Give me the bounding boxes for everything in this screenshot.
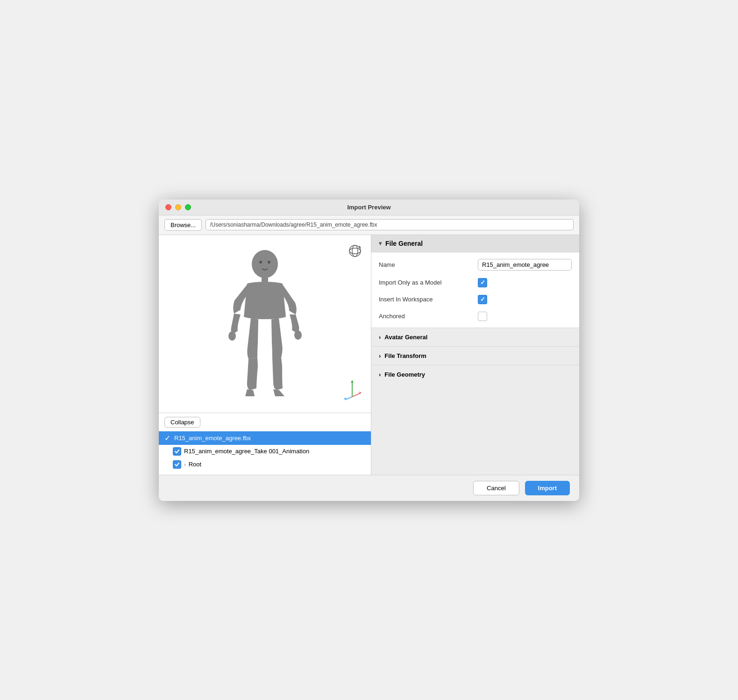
tree-item[interactable]: ✓ R15_anim_emote_agree.fbx (159, 431, 371, 445)
tree-item-label: R15_anim_emote_agree_Take 001_Animation (184, 448, 309, 455)
import-only-row: Import Only as a Model (371, 274, 579, 291)
checkbox-blue[interactable] (173, 460, 181, 469)
svg-line-13 (346, 397, 352, 400)
insert-workspace-checkbox[interactable] (478, 295, 487, 304)
import-preview-window: Import Preview Browse... (159, 200, 579, 501)
name-row: Name (371, 255, 579, 274)
maximize-button[interactable] (185, 204, 191, 210)
tree-item[interactable]: R15_anim_emote_agree_Take 001_Animation (159, 445, 371, 458)
tree-item-label: R15_anim_emote_agree.fbx (174, 435, 251, 442)
section-title: File Transform (384, 352, 426, 359)
main-area: Collapse ✓ R15_anim_emote_agree.fbx R15_… (159, 235, 579, 475)
svg-point-2 (268, 261, 270, 264)
svg-marker-12 (359, 392, 362, 394)
svg-point-0 (252, 250, 278, 278)
axis-indicator (343, 378, 362, 403)
window-title: Import Preview (347, 204, 390, 211)
section-title: File General (385, 240, 423, 247)
check-icon: ✓ (164, 434, 170, 443)
preview-area (159, 235, 371, 413)
import-button[interactable]: Import (525, 481, 570, 495)
svg-point-6 (349, 248, 361, 254)
file-geometry-header[interactable]: › File Geometry (371, 365, 579, 384)
insert-workspace-row: Insert In Workspace (371, 291, 579, 308)
rotate-view-button[interactable] (347, 243, 363, 259)
section-title: File Geometry (384, 371, 425, 378)
right-panel: ▾ File General Name Import Only as a Mod… (371, 235, 579, 475)
import-only-checkbox[interactable] (478, 278, 487, 287)
tree-item-label: Root (189, 461, 201, 468)
chevron-down-icon: ▾ (379, 240, 382, 247)
svg-point-4 (228, 331, 236, 341)
file-transform-header[interactable]: › File Transform (371, 346, 579, 365)
anchored-row: Anchored (371, 308, 579, 325)
file-general-header[interactable]: ▾ File General (371, 235, 579, 252)
avatar-general-header[interactable]: › Avatar General (371, 328, 579, 346)
name-input[interactable] (478, 259, 572, 271)
checkbox-blue[interactable] (173, 447, 181, 456)
import-only-label: Import Only as a Model (379, 279, 472, 286)
file-path-input[interactable] (206, 219, 574, 230)
titlebar: Import Preview (159, 200, 579, 215)
name-label: Name (379, 261, 472, 268)
footer: Cancel Import (159, 475, 579, 501)
close-button[interactable] (165, 204, 171, 210)
insert-workspace-label: Insert In Workspace (379, 296, 472, 303)
anchored-checkbox[interactable] (478, 312, 487, 321)
svg-point-7 (352, 245, 358, 257)
svg-marker-10 (351, 380, 354, 383)
rotate-3d-icon (348, 244, 362, 258)
svg-point-1 (259, 261, 262, 264)
section-title: Avatar General (384, 334, 427, 341)
chevron-right-icon: › (379, 371, 381, 378)
tree-area: Collapse ✓ R15_anim_emote_agree.fbx R15_… (159, 413, 371, 475)
collapse-button[interactable]: Collapse (164, 417, 200, 428)
avatar-svg (213, 244, 316, 403)
toolbar: Browse... (159, 215, 579, 235)
avatar-preview (168, 244, 362, 403)
cancel-button[interactable]: Cancel (473, 481, 519, 495)
chevron-right-icon: › (184, 462, 186, 467)
left-panel: Collapse ✓ R15_anim_emote_agree.fbx R15_… (159, 235, 371, 475)
chevron-right-icon: › (379, 334, 381, 341)
anchored-label: Anchored (379, 313, 472, 320)
svg-line-11 (352, 393, 361, 397)
browse-button[interactable]: Browse... (164, 219, 202, 231)
tree-item[interactable]: › Root (159, 458, 371, 471)
svg-point-5 (294, 330, 302, 340)
minimize-button[interactable] (175, 204, 181, 210)
file-general-body: Name Import Only as a Model Insert In Wo… (371, 252, 579, 328)
chevron-right-icon: › (379, 352, 381, 359)
